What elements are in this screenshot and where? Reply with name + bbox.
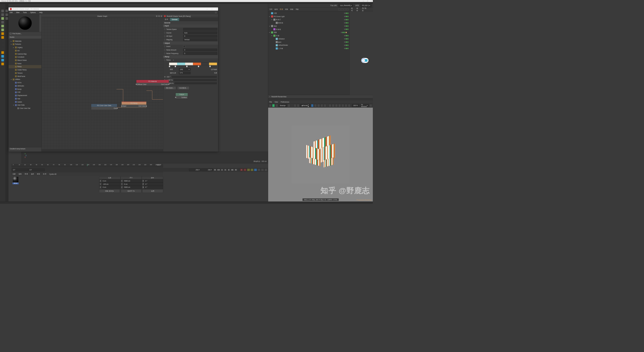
- graph-opt2-icon[interactable]: [158, 15, 160, 17]
- tree-item[interactable]: Color User Dat: [9, 107, 41, 110]
- menu-tools[interactable]: Tools: [23, 12, 27, 13]
- object-row[interactable]: 爆炸: [268, 40, 350, 44]
- object-row[interactable]: mtSelect: [268, 37, 350, 40]
- tree-item[interactable]: ▾User Data: [9, 104, 41, 107]
- menu-item[interactable]: 纹理: [43, 173, 46, 175]
- rv-ipr-icon[interactable]: [272, 104, 275, 107]
- tool-circle-icon[interactable]: [1, 63, 4, 65]
- tab-basic[interactable]: 基本: [163, 18, 170, 21]
- tool-orange2-icon[interactable]: [1, 36, 4, 39]
- menu-item[interactable]: 选择: [31, 173, 34, 175]
- node-tree[interactable]: ▸Materials▾Textures▸LegacyAOCamera MapCu…: [9, 39, 41, 147]
- shader-search-icon[interactable]: [215, 11, 217, 13]
- rv-snap-icon[interactable]: [294, 104, 296, 107]
- key-opt5-icon[interactable]: [261, 168, 264, 171]
- mode-2-icon[interactable]: [6, 13, 8, 16]
- node-material[interactable]: RS Material Diffuse ColorOut Color: [136, 80, 169, 86]
- rv-t1-icon[interactable]: [329, 104, 331, 107]
- end-frame-2[interactable]: 250 F: [201, 168, 213, 171]
- coord-mode-dropdown[interactable]: 对象 (相对) ▾: [99, 189, 120, 193]
- prop-field[interactable]: 0: [183, 49, 217, 51]
- key-opt1-icon[interactable]: [247, 168, 250, 171]
- rv-refresh-icon[interactable]: [275, 104, 278, 107]
- object-row[interactable]: ▾克隆: [268, 31, 350, 34]
- menu-item[interactable]: 材质: [37, 173, 40, 175]
- port-out[interactable]: [168, 84, 170, 85]
- rv-fit-dropdown[interactable]: Fit Window ▾: [360, 104, 369, 107]
- key-opt4-icon[interactable]: [258, 168, 261, 171]
- tree-item[interactable]: Displacement: [9, 94, 41, 97]
- tree-item[interactable]: Curvature: [9, 56, 41, 59]
- size-mode-dropdown[interactable]: 绝对尺寸 ▾: [121, 189, 142, 193]
- tree-item[interactable]: Switch: [9, 100, 41, 104]
- prop-field[interactable]: Vertical: [183, 38, 217, 41]
- rv-globe-icon[interactable]: [288, 104, 290, 107]
- material-slot[interactable]: RS M: [13, 177, 19, 184]
- object-row[interactable]: ▾简易: [268, 24, 350, 28]
- mode-3-icon[interactable]: [6, 17, 8, 20]
- attr-menu[interactable]: 模式 编辑 用户数据: [350, 8, 373, 11]
- next-key-icon[interactable]: ▶▶: [231, 168, 234, 171]
- render-viewport[interactable]: 知乎 @野鹿志 <微信公众号: 野鹿志 微博: 野鹿志 作者: 马鹿野郎> (0…: [268, 108, 373, 201]
- object-tree[interactable]: 平面▾RS Dome Light▾简易.C随机域▾简易球体域▾克隆▾分裂mtSe…: [268, 11, 350, 95]
- ramp-handles[interactable]: [169, 66, 217, 68]
- material-thumb[interactable]: [13, 177, 19, 183]
- menu-view[interactable]: View: [16, 12, 20, 13]
- param-dot-icon[interactable]: [164, 46, 166, 47]
- object-row[interactable]: 平面: [268, 12, 350, 15]
- material-menu-bar[interactable]: 创建编辑查看选择材质纹理Cycles 4D: [11, 172, 163, 176]
- window-controls[interactable]: —□×: [363, 0, 372, 2]
- shader-window-titlebar[interactable]: Redshift Shader Graph - RS Material —□×: [9, 8, 218, 11]
- rv-circle-icon[interactable]: [324, 104, 326, 107]
- menu-help[interactable]: Help: [39, 12, 43, 13]
- param-dot-icon[interactable]: [164, 59, 166, 61]
- port-in[interactable]: [121, 106, 123, 107]
- rv-camera-icon[interactable]: [269, 104, 271, 107]
- rv-render-dropdown[interactable]: ◀ Render ▾ ▶: [300, 104, 310, 107]
- timeline[interactable]: 0102030405060708090100110120130140150160…: [11, 164, 163, 168]
- tool-cube2-icon[interactable]: [1, 25, 4, 27]
- node-space-dropdown[interactable]: 当前 (Redshift) ▾: [339, 4, 353, 7]
- start-frame-2[interactable]: 0 F: [28, 168, 45, 171]
- tree-item[interactable]: Scalar Ramp: [9, 68, 41, 72]
- tab-general[interactable]: General: [170, 18, 179, 21]
- object-row[interactable]: ▾分裂: [268, 34, 350, 37]
- rv-t7-icon[interactable]: [348, 104, 350, 107]
- interp-dropdown[interactable]: 步幅▾: [179, 68, 190, 71]
- menu-item[interactable]: 创建: [13, 173, 16, 175]
- param-dot-icon[interactable]: [164, 35, 166, 37]
- tree-item[interactable]: Bump: [9, 87, 41, 91]
- menu-options[interactable]: Options: [30, 12, 36, 13]
- prev-key-icon[interactable]: ◀◀: [217, 168, 220, 171]
- tool-cube3-icon[interactable]: [1, 28, 4, 31]
- timeline-ruler[interactable]: 0102030405060708090100110120130140150160…: [11, 164, 163, 166]
- menu-item[interactable]: 编辑: [19, 173, 22, 175]
- obj-opt-icon[interactable]: [346, 8, 348, 10]
- key-opt3-icon[interactable]: [254, 168, 257, 171]
- start-frame[interactable]: 0 F: [12, 168, 28, 171]
- object-row[interactable]: 立方体: [268, 47, 350, 50]
- rv-t3-icon[interactable]: [335, 104, 338, 107]
- tool-s1-icon[interactable]: [1, 40, 4, 42]
- tool-cube-icon[interactable]: [1, 17, 4, 20]
- prop-field[interactable]: 0: [183, 52, 217, 55]
- rv-lock-icon[interactable]: [297, 104, 299, 107]
- autokey-icon[interactable]: ○: [244, 168, 247, 171]
- prop-field[interactable]: 0: [183, 35, 217, 37]
- rv-star-icon[interactable]: [321, 104, 323, 107]
- port-in[interactable]: [136, 84, 137, 85]
- node-output[interactable]: Output Surface: [176, 93, 188, 99]
- section-ramp[interactable]: Ramp: [163, 55, 218, 58]
- mode-1-icon[interactable]: [6, 10, 8, 12]
- interface-dropdown[interactable]: RS (用户) ▾: [361, 4, 372, 7]
- shader-menu-bar[interactable]: Edit View Tools Options Help: [9, 11, 218, 14]
- obj-filter-icon[interactable]: [341, 8, 343, 10]
- tree-item[interactable]: ▸Legacy: [9, 46, 41, 49]
- next-frame-icon[interactable]: ▶: [227, 168, 230, 171]
- preview-tabs[interactable]: [39, 14, 41, 32]
- tree-item[interactable]: C4D: [9, 91, 41, 94]
- tool-pen-icon[interactable]: [1, 21, 4, 23]
- node-userdata[interactable]: RS Color User Data Out: [91, 104, 117, 110]
- graph-opt1-icon[interactable]: [156, 15, 157, 17]
- obj-search-icon[interactable]: [339, 8, 341, 10]
